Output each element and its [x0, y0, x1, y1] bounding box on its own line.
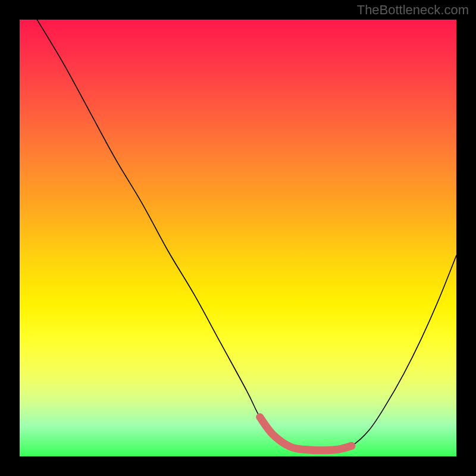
watermark-text: TheBottleneck.com — [357, 2, 469, 18]
chart-plot-area — [20, 20, 456, 456]
optimal-range-highlight — [260, 417, 352, 450]
chart-svg — [20, 20, 456, 456]
bottleneck-curve-line — [37, 20, 456, 450]
